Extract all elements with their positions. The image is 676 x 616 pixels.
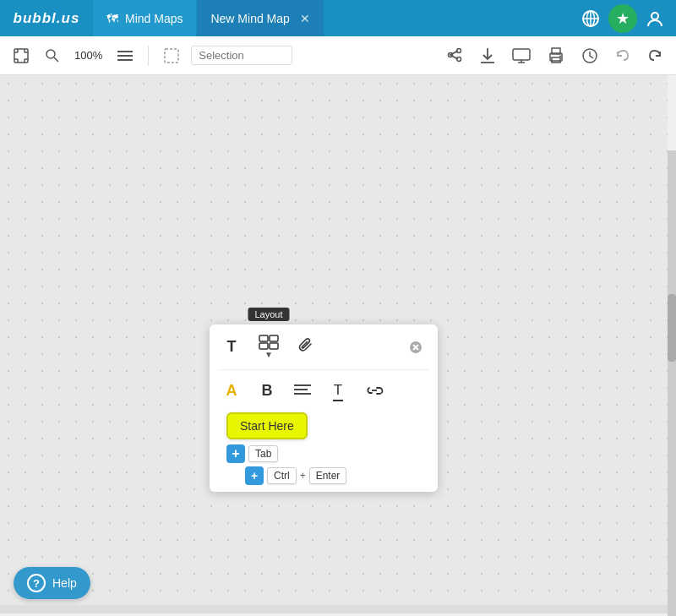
paperclip-icon [298,338,313,357]
zoom-search-icon-btn[interactable] [41,46,64,66]
hint-ctrl-key: Ctrl [267,467,297,484]
monitor-icon-btn[interactable] [507,45,536,67]
ft-row-2: A B T [218,377,429,404]
svg-point-21 [457,57,461,61]
menu-icon [117,50,133,62]
scrollbar-right[interactable] [668,150,676,616]
top-right-icons: ★ [576,0,676,36]
tab-new-mind-map[interactable]: New Mind Map ✕ [197,0,324,36]
underline-decoration [333,400,343,401]
download-icon-btn[interactable] [475,44,500,68]
tab-close-icon[interactable]: ✕ [300,12,310,25]
new-mind-map-tab-label: New Mind Map [210,12,289,25]
hint-plus-1[interactable]: + [226,444,245,463]
text-style-btn[interactable]: T [324,377,352,404]
svg-rect-25 [513,49,530,60]
svg-line-15 [54,57,58,62]
selection-input[interactable] [191,46,292,65]
selection-icon-btn[interactable] [159,45,184,67]
monitor-icon [512,48,531,63]
attach-btn[interactable] [292,334,319,361]
mind-maps-tab-icon: 🗺 [106,12,118,25]
share-icon [446,48,463,63]
menu-icon-btn[interactable] [112,46,138,65]
align-icon [294,384,311,397]
logo-text: bubbl.us [14,10,80,27]
print-icon-btn[interactable] [542,44,570,68]
canvas-wrapper: T Layout ▼ [0,75,676,605]
link-btn[interactable] [360,377,389,404]
download-icon [480,47,495,64]
share-icon-btn[interactable] [441,45,468,67]
svg-rect-33 [259,335,268,341]
svg-rect-30 [552,57,560,63]
globe-icon-btn[interactable] [576,4,605,33]
frame-icon-btn[interactable] [8,45,34,67]
svg-point-4 [651,13,658,19]
toolbar-right [441,44,668,68]
svg-point-20 [457,48,461,52]
text-style-icon: T [334,382,342,399]
history-icon [581,47,598,64]
globe-icon [581,9,600,28]
link-icon [365,384,384,396]
tab-mind-maps[interactable]: 🗺 Mind Maps [93,0,197,36]
redo-icon [647,48,662,63]
help-question-mark: ? [27,574,46,592]
hint-ctrl-enter: + Ctrl + Enter [245,466,346,485]
hint-enter-key: Enter [309,467,347,484]
svg-rect-19 [165,49,178,63]
bottom-scrollbar[interactable] [0,605,668,613]
frame-icon [14,48,29,63]
canvas[interactable]: T Layout ▼ [0,75,668,605]
scrollbar-thumb[interactable] [668,294,676,362]
text-format-btn[interactable]: T [218,334,245,361]
svg-rect-35 [259,343,268,349]
ft-row-1: T Layout ▼ [218,331,429,363]
close-icon [409,341,422,354]
layout-btn[interactable]: ▼ [254,331,284,363]
zoom-search-icon [46,49,59,63]
align-btn[interactable] [289,377,316,404]
zoom-level: 100% [71,49,106,62]
selection-icon [164,48,179,63]
color-text-btn[interactable]: A [218,377,245,404]
close-toolbar-btn[interactable] [402,334,429,361]
svg-point-14 [46,50,55,58]
undo-icon [615,48,630,63]
svg-rect-34 [270,335,278,341]
svg-rect-5 [14,49,28,63]
toolbar-divider-1 [148,46,149,66]
mind-maps-tab-label: Mind Maps [125,12,183,25]
bold-btn[interactable]: B [254,377,281,404]
ft-divider [218,369,429,370]
svg-point-31 [559,55,561,57]
start-here-node[interactable]: Start Here [226,412,308,439]
redo-icon-btn[interactable] [642,45,668,67]
hint-tab-key: Tab [248,445,278,462]
hint-plus-2[interactable]: + [245,466,264,485]
print-icon [548,47,564,64]
help-label: Help [52,576,77,590]
layout-btn-container: Layout ▼ [254,331,284,363]
svg-rect-36 [270,343,278,349]
toolbar: 100% [0,36,676,75]
floating-toolbar: T Layout ▼ [210,324,438,492]
layout-grid-icon [259,335,279,350]
history-icon-btn[interactable] [576,44,603,68]
undo-icon-btn[interactable] [610,45,635,67]
tab-bar: bubbl.us 🗺 Mind Maps New Mind Map ✕ ★ [0,0,676,36]
star-icon: ★ [616,9,630,28]
user-icon-btn[interactable] [641,4,669,33]
help-button[interactable]: ? Help [14,567,90,599]
layout-chevron-icon: ▼ [264,350,273,359]
star-icon-btn[interactable]: ★ [608,4,637,33]
hint-tab: + Tab [226,444,278,463]
user-icon [646,9,664,28]
hint-separator: + [300,470,306,482]
layout-tooltip: Layout [248,308,289,321]
app-logo[interactable]: bubbl.us [0,0,93,36]
mind-map-node-area: Start Here + Tab + Ctrl + Enter [218,412,429,485]
